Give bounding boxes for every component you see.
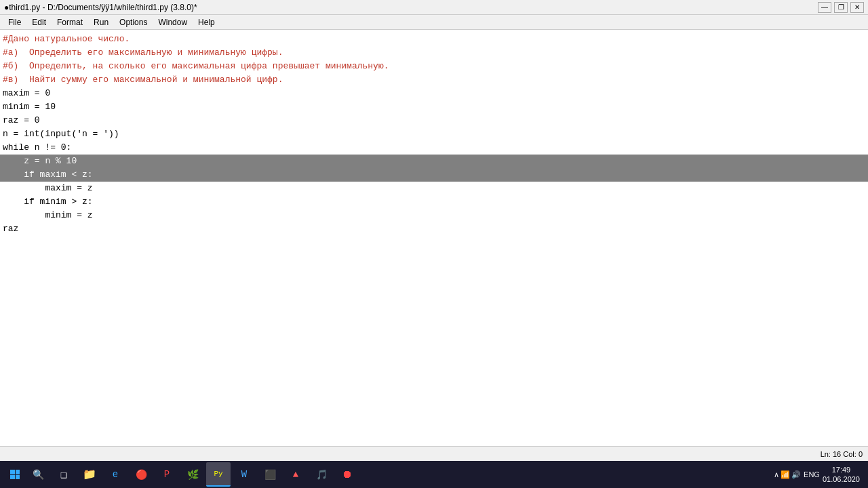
maximize-button[interactable]: ❐ [834, 2, 848, 13]
powerpoint-icon[interactable]: P [155, 462, 179, 487]
code-line-8: n = int(input('n = ')) [0, 127, 868, 141]
taskbar-right: ∧ 📶 🔊 ENG 17:49 01.06.2020 [774, 465, 865, 485]
code-text-12: maxim = z [0, 182, 93, 195]
code-text-13: if minim > z: [0, 195, 93, 209]
start-button[interactable] [3, 462, 27, 487]
search-icon: 🔍 [33, 469, 44, 481]
code-text-5: maxim = 0 [0, 87, 50, 100]
code-line-12: maxim = z [0, 182, 868, 195]
taskbar-app-icons: ❑ 📁 e 🔴 P 🌿 Py W ⬛ ▲ 🎵 ⏺ [52, 462, 359, 487]
date-display: 01.06.2020 [823, 474, 860, 484]
code-line-13: if minim > z: [0, 195, 868, 209]
code-line-2: #а) Определить его максимальную и минима… [0, 46, 868, 60]
code-line-7: raz = 0 [0, 114, 868, 127]
clock: 17:49 01.06.2020 [823, 465, 860, 485]
time-display: 17:49 [823, 465, 860, 474]
menu-item-file[interactable]: File [3, 16, 26, 28]
status-bar: Ln: 16 Col: 0 [0, 446, 868, 461]
taskbar: 🔍 ❑ 📁 e 🔴 P 🌿 Py W ⬛ ▲ 🎵 ⏺ ∧ 📶 🔊 ENG 17:… [0, 461, 868, 488]
cursor-position: Ln: 16 Col: 0 [821, 450, 863, 458]
code-line-4: #в) Найти сумму его максимальной и миним… [0, 73, 868, 87]
code-text-10: z = n % 10 [0, 155, 77, 168]
taskview-button[interactable]: ❑ [52, 462, 76, 487]
app-icon-5[interactable]: 🎵 [309, 462, 334, 487]
word-icon[interactable]: W [232, 462, 256, 487]
code-text-3: #б) Определить, на сколько его максималь… [0, 60, 389, 73]
python-icon[interactable]: Py [206, 462, 231, 487]
code-text-11: if maxim < z: [0, 168, 93, 182]
system-tray: ∧ 📶 🔊 [774, 470, 801, 479]
menu-item-options[interactable]: Options [114, 16, 153, 28]
code-text-1: #Дано натуральное число. [0, 33, 130, 46]
close-button[interactable]: ✕ [850, 2, 864, 13]
code-line-14: minim = z [0, 209, 868, 222]
code-text-2: #а) Определить его максимальную и минима… [0, 46, 283, 60]
menu-item-edit[interactable]: Edit [26, 16, 52, 28]
title-bar: ●third1.py - D:/Documents/ÿÿ1/while/thir… [0, 0, 868, 15]
record-icon[interactable]: ⏺ [335, 462, 359, 487]
code-line-10: z = n % 10 [0, 155, 868, 168]
menu-item-run[interactable]: Run [88, 16, 114, 28]
language-indicator: ENG [804, 470, 820, 479]
code-line-3: #б) Определить, на сколько его максималь… [0, 60, 868, 73]
code-line-1: #Дано натуральное число. [0, 33, 868, 46]
code-line-11: if maxim < z: [0, 168, 868, 182]
code-text-14: minim = z [0, 209, 93, 222]
menu-item-window[interactable]: Window [153, 16, 193, 28]
menu-item-help[interactable]: Help [193, 16, 220, 28]
edge-icon[interactable]: e [103, 462, 127, 487]
app-icon-3[interactable]: ⬛ [258, 462, 282, 487]
code-line-6: minim = 10 [0, 100, 868, 114]
file-explorer-icon[interactable]: 📁 [77, 462, 102, 487]
menu-item-format[interactable]: Format [52, 16, 88, 28]
code-text-8: n = int(input('n = ')) [0, 127, 119, 141]
code-text-6: minim = 10 [0, 100, 56, 114]
chevron-up-icon[interactable]: ∧ [774, 470, 779, 479]
code-text-7: raz = 0 [0, 114, 40, 127]
code-editor[interactable]: #Дано натуральное число.#а) Определить е… [0, 30, 868, 446]
code-line-9: while n != 0: [0, 141, 868, 155]
window-title: ●third1.py - D:/Documents/ÿÿ1/while/thir… [4, 3, 197, 12]
network-icon: 📶 [781, 470, 790, 479]
app-icon-2[interactable]: 🌿 [180, 462, 205, 487]
code-text-9: while n != 0: [0, 141, 71, 155]
volume-icon: 🔊 [791, 470, 801, 479]
minimize-button[interactable]: — [818, 2, 831, 13]
app-icon-1[interactable]: 🔴 [129, 462, 153, 487]
menu-bar: FileEditFormatRunOptionsWindowHelp [0, 15, 868, 30]
code-text-4: #в) Найти сумму его максимальной и миним… [0, 73, 283, 87]
windows-logo-icon [10, 470, 20, 479]
app-icon-4[interactable]: ▲ [283, 462, 308, 487]
code-text-15: raz [0, 222, 18, 236]
code-line-5: maxim = 0 [0, 87, 868, 100]
search-button[interactable]: 🔍 [27, 464, 49, 485]
window-controls: — ❐ ✕ [818, 2, 864, 13]
code-line-15: raz [0, 222, 868, 236]
